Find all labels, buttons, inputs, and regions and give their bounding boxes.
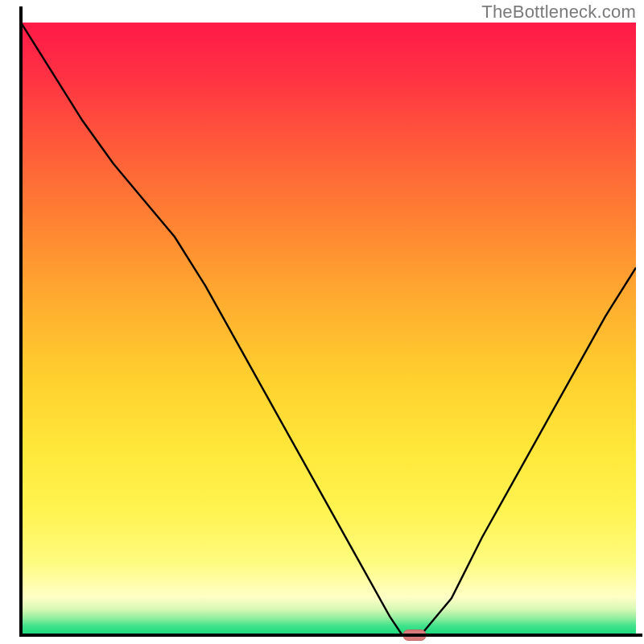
gradient-background: [21, 23, 636, 635]
bottleneck-plot-svg: [0, 0, 644, 644]
attribution-label: TheBottleneck.com: [481, 2, 636, 23]
bottleneck-chart: TheBottleneck.com: [0, 0, 644, 644]
